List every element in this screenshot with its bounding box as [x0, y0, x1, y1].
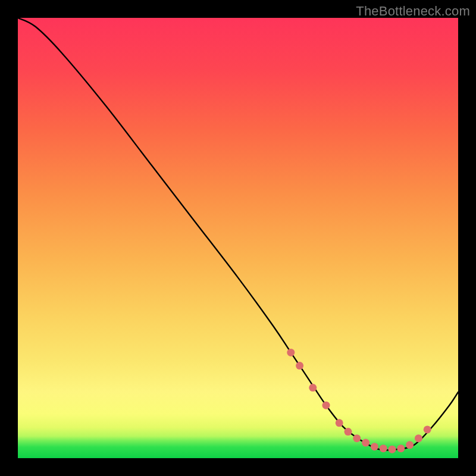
bottleneck-curve — [18, 18, 458, 450]
plot-area — [18, 18, 458, 458]
marker-dot — [371, 443, 378, 450]
marker-dot — [389, 446, 396, 453]
marker-dot — [406, 441, 414, 449]
marker-dot — [397, 444, 405, 452]
curve-layer — [18, 18, 458, 458]
marker-dot — [309, 384, 317, 392]
marker-dot — [296, 362, 303, 369]
marker-dot — [345, 428, 352, 436]
marker-dot — [380, 444, 387, 452]
marker-dot — [362, 439, 369, 447]
marker-dot — [415, 434, 422, 442]
highlight-markers — [287, 349, 431, 453]
marker-dot — [353, 434, 361, 442]
marker-dot — [336, 419, 343, 427]
chart-frame: TheBottleneck.com — [0, 0, 476, 476]
marker-dot — [424, 425, 431, 433]
watermark-text: TheBottleneck.com — [356, 4, 470, 19]
marker-dot — [322, 402, 330, 409]
marker-dot — [287, 349, 295, 356]
